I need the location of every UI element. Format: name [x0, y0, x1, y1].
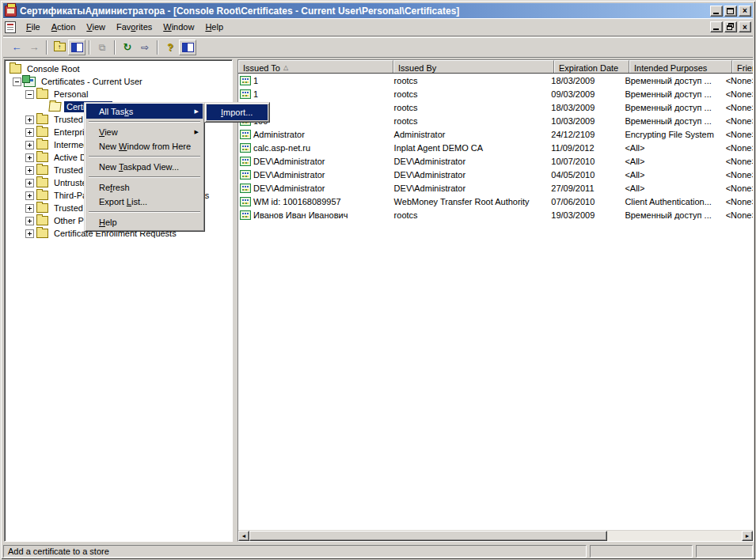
- menu-view[interactable]: View: [81, 20, 111, 34]
- open-folder-icon: [48, 102, 61, 112]
- menu-window[interactable]: Window: [158, 20, 199, 34]
- expiration-cell: 04/05/2010: [547, 170, 621, 180]
- certificate-row[interactable]: DEV\Administrator DEV\Administrator 10/0…: [238, 154, 753, 168]
- expiration-cell: 11/09/2012: [547, 143, 621, 153]
- export-list-button[interactable]: ⇨: [136, 40, 154, 55]
- child-close-button[interactable]: ×: [739, 21, 751, 32]
- expand-expander-icon[interactable]: [25, 204, 34, 213]
- expiration-cell: 09/03/2009: [547, 89, 621, 99]
- certificate-icon: [240, 143, 251, 153]
- scrollbar-thumb[interactable]: [249, 531, 607, 541]
- collapse-expander-icon[interactable]: [13, 78, 21, 86]
- issued-to-cell: WM id: 100168089957: [238, 197, 390, 206]
- close-button[interactable]: ×: [739, 6, 751, 17]
- context-menu-item-export-list[interactable]: Export List...: [86, 195, 203, 209]
- scroll-right-button[interactable]: ►: [742, 531, 753, 541]
- purposes-cell: Encrypting File System: [621, 130, 721, 139]
- back-button[interactable]: ←: [8, 40, 25, 55]
- context-menu-item-help[interactable]: Help: [86, 215, 203, 229]
- toolbar-separator: [89, 40, 90, 55]
- copy-icon: ⧉: [99, 42, 106, 53]
- friendly-name-cell: <None>: [722, 157, 753, 166]
- expand-expander-icon[interactable]: [25, 229, 34, 238]
- friendly-name-cell: <None>: [722, 89, 753, 99]
- column-label: Intended Purposes: [634, 63, 707, 73]
- certificate-row[interactable]: 100 rootcs 10/03/2009 Временный доступ .…: [238, 114, 753, 127]
- help-button[interactable]: ?: [161, 40, 179, 55]
- maximize-button[interactable]: [724, 6, 737, 17]
- certificate-row[interactable]: DEV\Administrator DEV\Administrator 04/0…: [238, 168, 753, 181]
- expand-expander-icon[interactable]: [25, 141, 34, 149]
- tree-label: Console Root: [25, 63, 82, 74]
- column-header-expiration-date[interactable]: Expiration Date: [554, 60, 629, 73]
- context-menu-item-new-taskpad-view[interactable]: New Taskpad View...: [86, 160, 203, 174]
- toolbar: ← → ↑ ⧉ ↻ ⇨ ?: [3, 37, 753, 58]
- certificate-row[interactable]: 1 rootcs 09/03/2009 Временный доступ ...…: [238, 87, 753, 100]
- menu-favorites[interactable]: Favorites: [111, 20, 158, 34]
- child-restore-button[interactable]: [724, 21, 737, 32]
- column-header-issued-to[interactable]: Issued To △: [238, 60, 393, 73]
- expand-expander-icon[interactable]: [25, 179, 34, 187]
- purposes-cell: Временный доступ ...: [621, 76, 721, 85]
- certificate-row[interactable]: 1 rootcs 18/03/2009 Временный доступ ...…: [238, 74, 753, 87]
- folder-icon: [36, 191, 48, 200]
- mmc-window: СертификатыАдминистратора - [Console Roo…: [0, 0, 756, 560]
- tree-item-console-root[interactable]: Console Root: [5, 62, 232, 75]
- context-menu-item-refresh[interactable]: Refresh: [86, 180, 203, 195]
- show-hide-console-tree-button[interactable]: [68, 40, 85, 55]
- tree-label: Certificates - Current User: [39, 76, 145, 87]
- up-one-level-button[interactable]: ↑: [51, 40, 68, 55]
- column-header-intended-purposes[interactable]: Intended Purposes: [629, 60, 732, 73]
- list-header: Issued To △ Issued By Expiration Date In…: [238, 60, 753, 74]
- certificate-row[interactable]: calc.asp-net.ru Inplat Agent DEMO CA 11/…: [238, 141, 753, 154]
- collapse-expander-icon[interactable]: [25, 90, 34, 99]
- submenu-item-import[interactable]: Import...: [207, 104, 268, 120]
- expiration-cell: 07/06/2010: [547, 197, 621, 206]
- menu-help[interactable]: Help: [199, 20, 229, 34]
- menu-action[interactable]: Action: [46, 20, 82, 34]
- context-menu-item-new-window-from-here[interactable]: New Window from Here: [86, 139, 203, 153]
- menu-item-label: Export List...: [99, 197, 147, 206]
- show-hide-action-pane-button[interactable]: [179, 40, 196, 55]
- certificate-row[interactable]: Administrator Administrator 24/12/2109 E…: [238, 127, 753, 141]
- child-close-icon: ×: [743, 23, 747, 32]
- certificate-row[interactable]: Иванов Иван Иванович rootcs 19/03/2009 В…: [238, 208, 753, 221]
- expand-expander-icon[interactable]: [25, 128, 34, 137]
- expand-expander-icon[interactable]: [25, 166, 34, 175]
- expiration-cell: 27/09/2011: [547, 184, 621, 193]
- context-menu-item-view[interactable]: View ▶: [86, 125, 203, 139]
- expand-expander-icon[interactable]: [25, 115, 34, 124]
- certificate-row[interactable]: WM id: 100168089957 WebMoney Transfer Ro…: [238, 195, 753, 208]
- column-header-issued-by[interactable]: Issued By: [393, 60, 554, 73]
- menu-item-label: Refresh: [99, 183, 130, 192]
- certificate-row[interactable]: rootcs 18/03/2009 Временный доступ ... <…: [238, 100, 753, 114]
- tree-item-certificates-current-user[interactable]: Certificates - Current User: [5, 75, 232, 88]
- issued-to-cell: DEV\Administrator: [238, 157, 390, 166]
- menu-item-label: New Window from Here: [99, 142, 191, 151]
- context-menu-item-all-tasks[interactable]: All Tasks ▶: [86, 104, 203, 119]
- forward-button[interactable]: →: [25, 40, 43, 55]
- expiration-cell: 18/03/2009: [547, 76, 621, 85]
- expand-expander-icon[interactable]: [25, 153, 34, 162]
- column-header-friendly-name[interactable]: Friendly Name: [732, 60, 753, 73]
- status-pane-3: [696, 545, 753, 558]
- minimize-button[interactable]: [710, 6, 723, 17]
- column-label: Issued By: [398, 63, 436, 73]
- menu-file[interactable]: File: [21, 20, 46, 34]
- child-minimize-button[interactable]: [710, 21, 723, 32]
- certificate-row[interactable]: DEV\Administrator DEV\Administrator 27/0…: [238, 181, 753, 195]
- child-minimize-icon: [713, 28, 719, 30]
- issued-to-cell: Иванов Иван Иванович: [238, 210, 390, 220]
- expand-expander-icon[interactable]: [25, 191, 34, 200]
- scrollbar-track[interactable]: [607, 531, 742, 541]
- scroll-left-button[interactable]: ◄: [238, 531, 249, 541]
- horizontal-scrollbar[interactable]: ◄ ►: [238, 530, 753, 541]
- certificate-icon: [240, 184, 251, 193]
- tree-item-personal[interactable]: Personal: [5, 88, 232, 100]
- expand-expander-icon[interactable]: [25, 217, 34, 225]
- menu-separator: [87, 174, 202, 180]
- refresh-button[interactable]: ↻: [119, 40, 136, 55]
- folder-icon: [36, 203, 48, 213]
- copy-button[interactable]: ⧉: [93, 40, 111, 55]
- folder-icon: [36, 127, 48, 137]
